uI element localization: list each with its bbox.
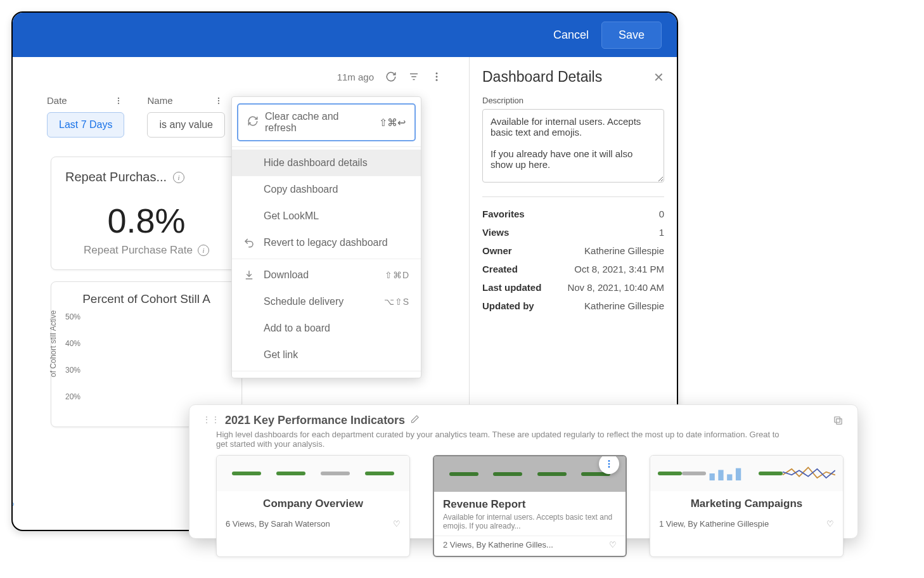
menu-shortcut: ⇧⌘D — [385, 270, 409, 280]
board-title: 2021 Key Performance Indicators — [225, 414, 405, 427]
dashboard-menu: Clear cache and refresh ⇧⌘↩ Hide dashboa… — [231, 96, 421, 378]
menu-hide-details[interactable]: Hide dashboard details — [232, 150, 421, 176]
watermark-text: Average Lifetim — [11, 473, 14, 526]
meta-owner-label: Owner — [482, 245, 512, 256]
more-icon[interactable] — [431, 71, 442, 82]
close-icon[interactable]: ✕ — [653, 70, 664, 85]
cancel-button[interactable]: Cancel — [553, 29, 589, 42]
menu-download[interactable]: Download ⇧⌘D — [232, 262, 421, 288]
mini-card-title: Marketing Campaigns — [659, 498, 834, 510]
menu-label: Copy dashboard — [264, 184, 338, 195]
svg-rect-20 — [727, 474, 732, 480]
svg-rect-21 — [736, 468, 741, 480]
mini-card-desc: Available for internal users. Accepts ba… — [443, 513, 617, 530]
time-ago-text: 11m ago — [337, 72, 374, 82]
sparkline-icon — [783, 462, 835, 485]
menu-label: Download — [264, 269, 309, 281]
refresh-icon[interactable] — [385, 71, 397, 82]
drag-handle-icon[interactable]: ⋮⋮ — [202, 415, 220, 424]
meta-updated-by-value: Katherine Gillespie — [584, 300, 664, 311]
menu-divider — [232, 371, 421, 371]
meta-created-value: Oct 8, 2021, 3:41 PM — [574, 264, 664, 274]
menu-add-to-board[interactable]: Add to a board — [232, 315, 421, 342]
sidebar-divider — [482, 196, 664, 197]
meta-updated-label: Last updated — [482, 282, 541, 293]
refresh-icon — [247, 115, 259, 129]
board-card-marketing-campaigns[interactable]: Marketing Campaigns 1 View, By Katherine… — [650, 455, 844, 557]
svg-point-6 — [118, 97, 119, 98]
menu-label: Add to a board — [264, 323, 330, 334]
meta-created-label: Created — [482, 264, 518, 274]
menu-label: Get link — [264, 349, 298, 361]
filter-date-label: Date — [47, 95, 67, 106]
menu-divider — [232, 259, 421, 259]
description-input[interactable] — [482, 109, 664, 183]
metric-card: Repeat Purchas... i 0.8% Repeat Purchase… — [51, 157, 242, 270]
menu-shortcut: ⌥⇧S — [384, 297, 409, 307]
heart-icon[interactable]: ♡ — [609, 540, 617, 549]
svg-point-16 — [608, 463, 610, 465]
description-label: Description — [482, 96, 664, 105]
menu-copy-dashboard[interactable]: Copy dashboard — [232, 176, 421, 203]
chart-y-axis-label: of Cohort still Active — [49, 311, 58, 377]
svg-rect-18 — [710, 473, 715, 480]
svg-rect-19 — [719, 470, 724, 480]
meta-favorites-value: 0 — [659, 209, 664, 219]
meta-updated-by-label: Updated by — [482, 300, 534, 311]
mini-card-meta: 1 View, By Katherine Gillespie — [659, 519, 769, 529]
meta-views-label: Views — [482, 227, 509, 238]
svg-point-10 — [218, 100, 219, 101]
heart-icon[interactable]: ♡ — [393, 519, 401, 529]
filter-icon[interactable] — [408, 71, 420, 82]
svg-point-11 — [218, 102, 219, 103]
y-tick: 30% — [65, 366, 80, 375]
menu-get-lookml[interactable]: Get LookML — [232, 203, 421, 229]
menu-label: Revert to legacy dashboard — [264, 237, 388, 248]
undo-icon — [243, 237, 256, 248]
info-icon[interactable]: i — [173, 172, 184, 183]
header-bar: Cancel Save — [13, 13, 677, 57]
filter-name-label: Name — [147, 95, 172, 106]
metric-card-title: Repeat Purchas... — [65, 170, 167, 184]
menu-label: Hide dashboard details — [264, 157, 368, 169]
menu-label: Get LookML — [264, 210, 319, 222]
mini-card-title: Revenue Report — [443, 498, 617, 511]
heart-icon[interactable]: ♡ — [826, 519, 834, 529]
info-icon[interactable]: i — [198, 245, 209, 256]
board-card-company-overview[interactable]: Company Overview 6 Views, By Sarah Water… — [216, 455, 410, 557]
bars-icon — [706, 462, 759, 485]
menu-divider — [232, 146, 421, 147]
metric-subtitle: Repeat Purchase Rate — [84, 244, 193, 257]
svg-point-5 — [436, 79, 438, 81]
chart-title: Percent of Cohort Still A — [65, 292, 228, 306]
filter-name-more-icon[interactable] — [214, 96, 223, 105]
menu-revert-legacy[interactable]: Revert to legacy dashboard — [232, 229, 421, 256]
menu-schedule-delivery[interactable]: Schedule delivery ⌥⇧S — [232, 288, 421, 315]
meta-owner-value: Katherine Gillespie — [584, 245, 664, 256]
pencil-icon[interactable] — [410, 414, 420, 427]
menu-label: Clear cache and refresh — [265, 111, 373, 134]
menu-shortcut: ⇧⌘↩ — [379, 117, 406, 129]
svg-point-8 — [118, 102, 119, 103]
board-description: High level dashboards for each departmen… — [216, 430, 786, 449]
filter-name: Name is any value — [147, 95, 225, 138]
svg-point-15 — [608, 460, 610, 462]
menu-label: Schedule delivery — [264, 296, 343, 307]
menu-clear-cache-refresh[interactable]: Clear cache and refresh ⇧⌘↩ — [237, 103, 416, 141]
menu-get-link[interactable]: Get link — [232, 342, 421, 368]
board-cards-row: Company Overview 6 Views, By Sarah Water… — [216, 455, 845, 557]
filter-date-more-icon[interactable] — [114, 96, 123, 105]
save-button[interactable]: Save — [601, 22, 662, 49]
mini-card-title: Company Overview — [226, 498, 401, 510]
filter-name-value[interactable]: is any value — [147, 112, 225, 138]
mini-card-meta: 6 Views, By Sarah Waterson — [226, 519, 330, 529]
toolbar-row: 11m ago — [24, 71, 458, 82]
copy-icon[interactable] — [833, 415, 844, 428]
board-card-revenue-report[interactable]: Revenue Report Available for internal us… — [433, 455, 627, 557]
filter-date-value[interactable]: Last 7 Days — [47, 112, 124, 138]
svg-point-17 — [608, 466, 610, 468]
card-menu-fab[interactable] — [599, 455, 619, 474]
svg-point-3 — [436, 72, 438, 74]
meta-updated-value: Nov 8, 2021, 10:40 AM — [567, 282, 664, 293]
y-tick: 50% — [65, 312, 80, 321]
